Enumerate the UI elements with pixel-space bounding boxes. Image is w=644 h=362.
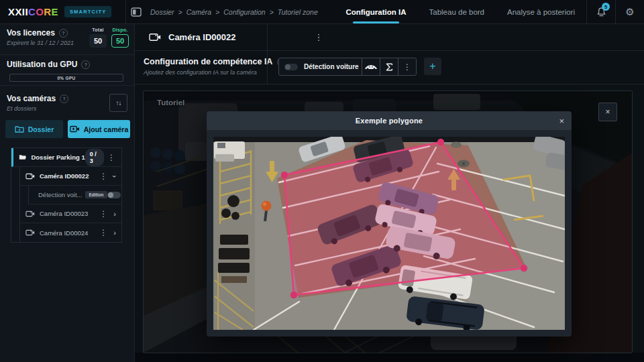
cameras-section: Vos caméras ? Et dossiers ↑↓ Dossier Ajo…: [0, 86, 134, 243]
gpu-title-row: Utilisation du GPU ?: [7, 60, 127, 69]
brand-logo: XXIICORE: [8, 6, 58, 17]
breadcrumb-item-camera[interactable]: Caméra: [186, 8, 211, 16]
gpu-title: Utilisation du GPU: [7, 60, 77, 69]
topbar: XXIICORE SMARTCITY Dossier > Caméra > Co…: [0, 0, 644, 24]
folder-label: Dossier Parking 1: [31, 154, 85, 161]
license-available-value: 50: [111, 34, 129, 48]
kebab-menu-icon[interactable]: ⋮: [96, 210, 111, 218]
camera-label: Caméra ID00023: [40, 210, 88, 217]
white-truck: [214, 141, 245, 162]
competence-title-row: Configuration de compétence IA ?: [144, 57, 286, 66]
brand-letter-r: R: [44, 6, 51, 17]
folder-plus-icon: [15, 125, 24, 133]
brand: XXIICORE SMARTCITY: [0, 6, 125, 17]
gpu-section: Utilisation du GPU ? 0% GPU: [0, 55, 134, 86]
breadcrumb-item-tutoriel-zone[interactable]: Tutoriel zone: [278, 8, 318, 16]
tree-camera-id00023[interactable]: Caméra ID00023 ⋮ ›: [20, 204, 121, 223]
skill-chip-label: Détection voiture: [304, 63, 359, 70]
app-root: XXIICORE SMARTCITY Dossier > Caméra > Co…: [0, 0, 644, 362]
kebab-menu-icon[interactable]: ⋮: [104, 154, 119, 162]
bottom-strip: [135, 353, 644, 362]
polygon-vertex: [437, 139, 444, 145]
sidebar: Vos licences ? Expirent le 31 / 12 / 202…: [0, 23, 135, 362]
license-available: Dispo. 50: [111, 27, 129, 48]
folder-open-icon: [19, 154, 26, 161]
tree-camera-id00022[interactable]: Caméra ID00022 ⋮ ›: [20, 167, 121, 186]
cameras-header: Vos caméras ? Et dossiers ↑↓: [0, 91, 134, 112]
tutorial-label: Tutoriel: [157, 99, 184, 107]
polygon-vertex: [521, 265, 527, 272]
sort-button[interactable]: ↑↓: [109, 94, 127, 112]
chevron-right-icon[interactable]: ›: [111, 210, 119, 218]
breadcrumb: Dossier > Caméra > Configuration > Tutor…: [150, 8, 318, 16]
notification-count-badge: 5: [602, 3, 610, 11]
brand-letter-e: E: [52, 6, 58, 17]
close-icon: ×: [559, 116, 564, 126]
skill-label: Détection voit...: [38, 191, 82, 198]
car-icon[interactable]: [362, 58, 380, 76]
sidebar-toggle-icon[interactable]: [126, 0, 146, 23]
edition-badge: Edition: [85, 191, 107, 198]
breadcrumb-item-configuration[interactable]: Configuration: [223, 8, 265, 16]
chevron-down-icon[interactable]: ›: [111, 172, 119, 180]
camera-icon: [149, 33, 161, 42]
add-skill-button[interactable]: +: [424, 58, 441, 75]
licenses-title: Vos licences: [7, 28, 55, 38]
add-camera-button[interactable]: Ajout caméra: [68, 120, 130, 138]
modal-body: [207, 130, 572, 339]
tree-folder-children: Caméra ID00022 ⋮ › Détection voit... Edi…: [19, 167, 121, 242]
camera-icon: [25, 210, 35, 217]
folder-count-badge: 0 / 3: [85, 149, 104, 166]
help-icon[interactable]: ?: [81, 60, 90, 69]
chevron-right-icon[interactable]: ›: [111, 229, 119, 237]
breadcrumb-item-dossier[interactable]: Dossier: [150, 8, 174, 16]
camera-label: Caméra ID00022: [40, 172, 89, 180]
tree-folder-parking-1[interactable]: Dossier Parking 1 0 / 3 ⋮: [11, 148, 121, 167]
breadcrumb-separator: >: [270, 8, 274, 16]
polygon-vertex: [290, 292, 297, 298]
modal-header: Exemple polygone ×: [207, 111, 572, 130]
license-total: Total 50: [89, 27, 107, 48]
tab-tableau-de-bord[interactable]: Tableau de bord: [418, 0, 496, 23]
license-total-value: 50: [89, 34, 107, 48]
skill-chip-detection-voiture[interactable]: Détection voiture ⋮: [278, 58, 417, 76]
gpu-usage-bar: 0% GPU: [9, 74, 123, 82]
competence-subtitle: Ajoutez des configuration IA sur la camé…: [144, 69, 257, 76]
notifications-button[interactable]: 5: [587, 0, 615, 23]
polygon-example-modal: Exemple polygone ×: [207, 111, 572, 337]
competence-title: Configuration de compétence IA: [144, 57, 272, 66]
polygon-vertex: [281, 172, 288, 178]
kebab-menu-icon[interactable]: ⋮: [96, 172, 111, 180]
camera-label: Caméra ID00024: [40, 229, 88, 237]
tree-camera-id00024[interactable]: Caméra ID00024 ⋮ ›: [20, 223, 121, 242]
skill-chip-kebab-icon[interactable]: ⋮: [398, 58, 416, 76]
brand-letter-o: O: [36, 6, 44, 17]
settings-button[interactable]: ⚙: [616, 0, 644, 23]
camera-icon: [25, 173, 35, 180]
skill-toggle[interactable]: [107, 192, 121, 198]
modal-close-button[interactable]: ×: [559, 111, 564, 130]
tab-analyse-a-posteriori[interactable]: Analyse à posteriori: [496, 0, 586, 23]
kebab-menu-icon[interactable]: ⋮: [96, 229, 111, 237]
gear-icon: ⚙: [625, 7, 634, 17]
cameras-title: Vos caméras: [7, 94, 56, 103]
add-folder-label: Dossier: [28, 125, 54, 133]
plus-icon: +: [429, 60, 435, 72]
close-icon: ×: [605, 107, 610, 117]
tutorial-close-button[interactable]: ×: [598, 103, 617, 121]
add-folder-button[interactable]: Dossier: [5, 120, 63, 138]
tree-skill-detection-voiture[interactable]: Détection voit... Edition: [29, 186, 121, 204]
polygon-zone-icon[interactable]: [380, 58, 398, 76]
parking-example-photo: [213, 137, 565, 330]
tab-configuration-ia[interactable]: Configuration IA: [334, 0, 417, 23]
smartcity-badge: SMARTCITY: [64, 6, 112, 17]
header-vertical-divider: [267, 23, 268, 84]
pallet: [221, 276, 247, 283]
brand-name: XXII: [8, 6, 28, 17]
camera-tree: Dossier Parking 1 0 / 3 ⋮ Caméra ID00022…: [11, 147, 122, 243]
help-icon[interactable]: ?: [60, 95, 68, 103]
help-icon[interactable]: ?: [59, 29, 68, 38]
camera-header-kebab-icon[interactable]: ⋮: [311, 33, 326, 42]
skill-chip-toggle[interactable]: [284, 64, 298, 70]
brand-letter-c: C: [28, 6, 36, 17]
